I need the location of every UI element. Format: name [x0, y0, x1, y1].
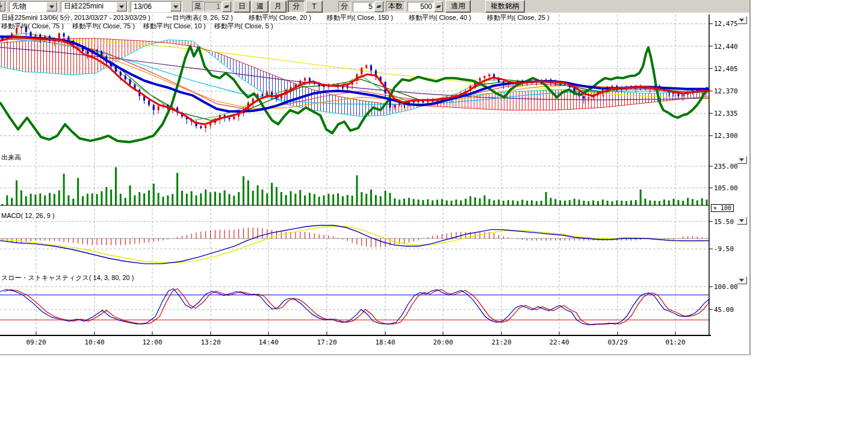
volume-bar — [375, 195, 377, 205]
chevron-down-icon[interactable] — [170, 2, 181, 11]
symbol-combobox[interactable]: 日経225mini — [61, 1, 128, 12]
volume-bar — [224, 190, 226, 205]
candle-body — [129, 79, 131, 85]
contract-month-combobox[interactable]: 13/06 — [131, 1, 182, 12]
candle-body — [479, 78, 481, 81]
volume-bar — [422, 200, 424, 205]
candle-body — [682, 95, 684, 96]
stochastics-panel-label: スロー・ストキャスティクス( 14, 3, 80, 20 ) — [1, 273, 134, 282]
volume-bar — [82, 196, 84, 205]
volume-bar — [668, 201, 670, 205]
volume-bar — [115, 167, 117, 205]
volume-bar — [91, 193, 93, 205]
candle-body — [153, 105, 155, 110]
volume-panel-dropdown-button[interactable] — [737, 156, 747, 164]
volume-bar — [143, 193, 145, 205]
period-weekly-button[interactable]: 週 — [252, 1, 268, 13]
chart-canvas[interactable]: 12,47512,44012,40512,37012,33512,300235.… — [0, 13, 749, 354]
volume-bar — [54, 194, 55, 205]
volume-bar — [536, 201, 538, 205]
candle-body — [20, 27, 22, 28]
candle-body — [200, 126, 202, 128]
volume-bar — [696, 201, 698, 205]
volume-bar — [403, 199, 405, 205]
axis-tick-label: 12,300 — [714, 132, 738, 140]
chevron-down-icon[interactable] — [0, 2, 5, 11]
volume-bar — [607, 201, 609, 205]
volume-bar — [138, 192, 140, 205]
volume-bar — [578, 199, 580, 205]
candle-body — [394, 105, 395, 107]
volume-bar — [294, 194, 296, 205]
volume-bar — [63, 173, 65, 205]
volume-bar — [105, 187, 107, 205]
axis-tick-label: 45.00 — [714, 306, 734, 314]
multi-symbol-button[interactable]: 複数銘柄 — [485, 0, 525, 13]
volume-bar — [385, 191, 386, 205]
candle-body — [361, 68, 362, 75]
volume-bar — [507, 200, 509, 205]
candle-body — [616, 86, 618, 87]
chevron-down-icon[interactable] — [46, 2, 57, 11]
volume-bar — [441, 199, 443, 205]
volume-bar — [252, 191, 254, 205]
macd-panel-dropdown-button[interactable] — [737, 217, 747, 225]
volume-bar — [701, 198, 703, 205]
price-panel-dropdown-button[interactable] — [737, 16, 747, 24]
volume-bar — [408, 198, 410, 205]
volume-bar — [436, 200, 438, 205]
volume-bar — [332, 195, 334, 205]
candle-body — [365, 65, 367, 67]
volume-bar — [276, 187, 277, 205]
volume-bar — [209, 192, 211, 205]
axis-tick-label: 235.00 — [714, 163, 738, 170]
volume-bar — [493, 201, 495, 205]
minute-interval-field[interactable]: 5 — [353, 2, 374, 11]
apply-button[interactable]: 適用 — [445, 0, 471, 13]
volume-bar — [531, 201, 533, 205]
period-monthly-button[interactable]: 月 — [270, 1, 287, 13]
volume-bar — [512, 201, 514, 205]
candle-body — [342, 87, 344, 89]
volume-bar — [30, 194, 32, 205]
period-minute-button[interactable]: 分 — [288, 1, 305, 13]
time-axis-label: 21:20 — [491, 338, 511, 346]
volume-bar — [474, 198, 476, 205]
volume-bar — [687, 198, 689, 205]
bar-count-field[interactable]: 500 — [408, 2, 434, 11]
axis-tick-label: 100.00 — [714, 283, 738, 291]
period-tick-button[interactable]: T — [306, 1, 323, 13]
volume-bar — [148, 190, 150, 205]
volume-bar — [347, 195, 349, 205]
candle-body — [125, 75, 126, 79]
volume-bar — [455, 199, 457, 205]
candle-body — [205, 125, 206, 128]
candle-body — [96, 50, 98, 51]
instrument-type-combobox[interactable]: 先物 — [9, 1, 58, 12]
bar-count-spinner[interactable] — [434, 1, 443, 12]
time-axis-label: 12:00 — [142, 338, 162, 346]
volume-bar — [39, 193, 41, 205]
volume-bar — [398, 199, 400, 205]
volume-bar — [233, 196, 235, 205]
bar-interval-spinner[interactable] — [222, 1, 231, 12]
period-daily-button[interactable]: 日 — [234, 1, 250, 13]
volume-bar — [153, 184, 155, 205]
axis-tick-label: 12,475 — [714, 20, 738, 28]
minute-interval-spinner[interactable] — [374, 1, 383, 12]
stochastics-panel-dropdown-button[interactable] — [737, 276, 747, 284]
volume-bar — [677, 200, 679, 205]
clipped-combobox[interactable] — [0, 1, 7, 12]
stoch-d-line — [4, 288, 709, 325]
candle-body — [488, 74, 490, 76]
volume-bar — [451, 201, 453, 205]
candle-body — [261, 94, 263, 96]
volume-bar — [597, 201, 599, 205]
candle-body — [30, 32, 32, 36]
bar-interval-field[interactable]: 1 — [204, 2, 222, 11]
volume-bar — [583, 201, 584, 205]
volume-panel-label: 出来高 — [1, 153, 21, 162]
volume-bar — [290, 191, 292, 205]
chevron-down-icon[interactable] — [116, 2, 127, 11]
volume-bar — [285, 195, 287, 205]
